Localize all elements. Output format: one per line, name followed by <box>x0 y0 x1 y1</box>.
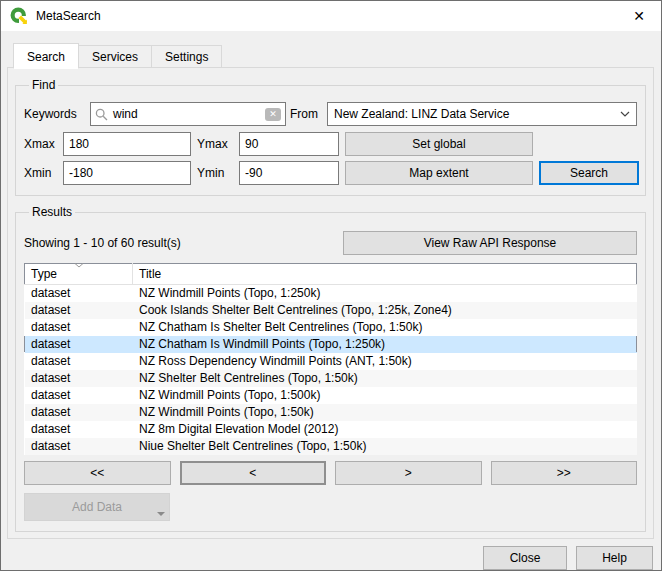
view-raw-api-response-button[interactable]: View Raw API Response <box>343 231 637 255</box>
ymax-label: Ymax <box>197 137 233 151</box>
cell-type[interactable]: dataset <box>25 336 133 353</box>
keywords-value[interactable]: wind <box>113 107 265 121</box>
cell-title[interactable]: NZ Shelter Belt Centrelines (Topo, 1:50k… <box>133 370 637 387</box>
cell-title[interactable]: NZ Windmill Points (Topo, 1:500k) <box>133 387 637 404</box>
cell-type[interactable]: dataset <box>25 387 133 404</box>
cell-title[interactable]: NZ 8m Digital Elevation Model (2012) <box>133 421 637 438</box>
xmin-value: -180 <box>69 166 93 180</box>
page-first-button[interactable]: << <box>24 461 171 485</box>
results-table: Type Title dataset NZ Windmill Points (T… <box>24 263 637 455</box>
ymin-label: Ymin <box>197 166 233 180</box>
cell-title[interactable]: NZ Windmill Points (Topo, 1:50k) <box>133 404 637 421</box>
ymin-value: -90 <box>245 166 262 180</box>
cell-title[interactable]: Cook Islands Shelter Belt Centrelines (T… <box>133 302 637 319</box>
from-selected-value: New Zealand: LINZ Data Service <box>334 107 620 121</box>
results-group-label: Results <box>29 205 75 219</box>
table-row[interactable]: dataset NZ Ross Dependency Windmill Poin… <box>25 353 637 370</box>
from-select[interactable]: New Zealand: LINZ Data Service <box>327 102 637 126</box>
window-title: MetaSearch <box>36 9 101 23</box>
cell-title[interactable]: NZ Ross Dependency Windmill Points (ANT,… <box>133 353 637 370</box>
keywords-input[interactable]: wind ✕ <box>90 102 286 126</box>
cell-title[interactable]: NZ Windmill Points (Topo, 1:250k) <box>133 285 637 302</box>
cell-type[interactable]: dataset <box>25 438 133 455</box>
page-next-button[interactable]: > <box>335 461 482 485</box>
xmax-label: Xmax <box>24 137 57 151</box>
metasearch-dialog: MetaSearch ✕ Search Services Settings Fi… <box>0 0 662 571</box>
qgis-logo-icon <box>10 7 28 25</box>
table-row[interactable]: dataset Niue Shelter Belt Centrelines (T… <box>25 438 637 455</box>
cell-type[interactable]: dataset <box>25 285 133 302</box>
tab-settings[interactable]: Settings <box>152 45 222 68</box>
add-data-button: Add Data <box>24 493 170 521</box>
results-status: Showing 1 - 10 of 60 result(s) <box>24 236 181 250</box>
table-row-selected[interactable]: dataset NZ Chatham Is Windmill Points (T… <box>25 336 637 353</box>
ymax-field[interactable]: 90 <box>239 132 339 156</box>
cell-type[interactable]: dataset <box>25 353 133 370</box>
chevron-down-icon <box>620 111 630 117</box>
clear-keywords-icon[interactable]: ✕ <box>265 108 281 121</box>
close-button[interactable]: Close <box>483 546 567 570</box>
cell-type[interactable]: dataset <box>25 319 133 336</box>
column-header-type[interactable]: Type <box>25 264 133 285</box>
page-prev-button[interactable]: < <box>180 461 327 485</box>
help-button[interactable]: Help <box>576 546 653 570</box>
find-group-label: Find <box>29 78 58 92</box>
table-row[interactable]: dataset NZ Windmill Points (Topo, 1:50k) <box>25 404 637 421</box>
dropdown-arrow-icon <box>157 512 165 516</box>
search-icon <box>95 108 108 121</box>
results-group: Results Showing 1 - 10 of 60 result(s) V… <box>15 205 646 532</box>
set-global-button[interactable]: Set global <box>345 132 533 156</box>
dialog-footer: Close Help <box>1 539 661 571</box>
tab-search[interactable]: Search <box>13 43 79 69</box>
ymax-value: 90 <box>245 137 258 151</box>
cell-title[interactable]: NZ Chatham Is Shelter Belt Centrelines (… <box>133 319 637 336</box>
column-label-title: Title <box>139 267 161 281</box>
column-header-title[interactable]: Title <box>133 264 637 285</box>
close-icon[interactable]: ✕ <box>617 1 661 31</box>
cell-title[interactable]: NZ Chatham Is Windmill Points (Topo, 1:2… <box>133 336 637 353</box>
table-row[interactable]: dataset NZ Windmill Points (Topo, 1:250k… <box>25 285 637 302</box>
search-tab-page: Find Keywords wind ✕ From New Zealand: L… <box>7 67 654 539</box>
table-row[interactable]: dataset Cook Islands Shelter Belt Centre… <box>25 302 637 319</box>
page-last-button[interactable]: >> <box>491 461 638 485</box>
keywords-label: Keywords <box>24 107 90 121</box>
table-header-row: Type Title <box>25 264 637 285</box>
cell-type[interactable]: dataset <box>25 302 133 319</box>
table-row[interactable]: dataset NZ Chatham Is Shelter Belt Centr… <box>25 319 637 336</box>
xmax-field[interactable]: 180 <box>63 132 191 156</box>
xmax-value: 180 <box>69 137 89 151</box>
search-button[interactable]: Search <box>539 161 639 185</box>
table-row[interactable]: dataset NZ 8m Digital Elevation Model (2… <box>25 421 637 438</box>
cell-type[interactable]: dataset <box>25 404 133 421</box>
cell-type[interactable]: dataset <box>25 421 133 438</box>
xmin-field[interactable]: -180 <box>63 161 191 185</box>
table-row[interactable]: dataset NZ Shelter Belt Centrelines (Top… <box>25 370 637 387</box>
add-data-label: Add Data <box>72 500 122 514</box>
ymin-field[interactable]: -90 <box>239 161 339 185</box>
tabbar: Search Services Settings <box>14 45 661 68</box>
sort-indicator-icon <box>74 263 83 268</box>
tab-services[interactable]: Services <box>79 45 152 68</box>
from-label: From <box>290 107 318 121</box>
xmin-label: Xmin <box>24 166 57 180</box>
table-row[interactable]: dataset NZ Windmill Points (Topo, 1:500k… <box>25 387 637 404</box>
column-label-type: Type <box>31 267 57 281</box>
map-extent-button[interactable]: Map extent <box>345 161 533 185</box>
find-group: Find Keywords wind ✕ From New Zealand: L… <box>15 78 646 196</box>
cell-title[interactable]: Niue Shelter Belt Centrelines (Topo, 1:5… <box>133 438 637 455</box>
titlebar: MetaSearch ✕ <box>1 1 661 31</box>
cell-type[interactable]: dataset <box>25 370 133 387</box>
